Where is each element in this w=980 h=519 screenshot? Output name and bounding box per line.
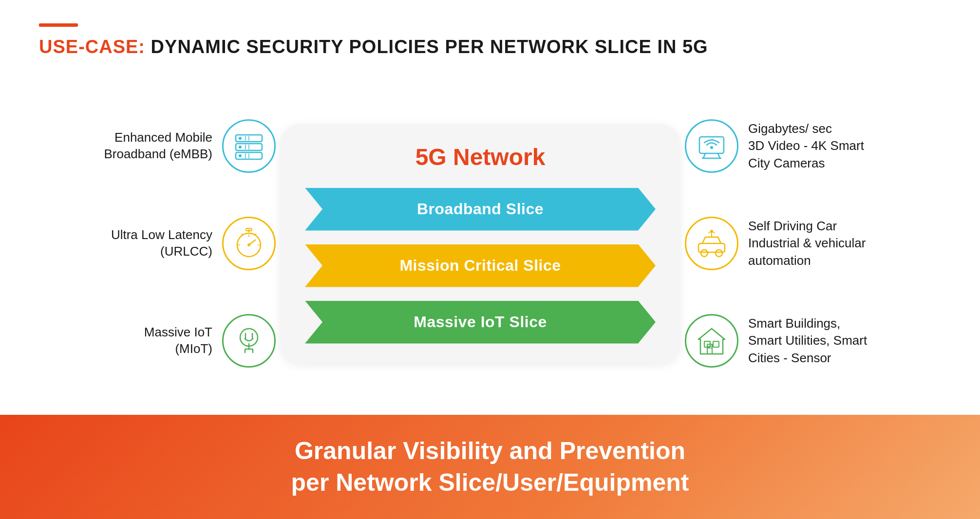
svg-rect-29 bbox=[699, 137, 724, 153]
broadband-slice-arrow: Broadband Slice bbox=[305, 188, 656, 231]
mission-critical-slice-arrow: Mission Critical Slice bbox=[305, 244, 656, 287]
svg-point-36 bbox=[716, 250, 722, 257]
right-label-iot: Smart Buildings,Smart Utilities, SmartCi… bbox=[748, 297, 867, 385]
server-icon bbox=[232, 129, 266, 163]
right-icons bbox=[680, 97, 743, 389]
title-orange: USE-CASE: bbox=[39, 37, 145, 57]
svg-point-33 bbox=[710, 146, 713, 149]
broadband-slice-label: Broadband Slice bbox=[417, 200, 544, 218]
massive-iot-slice-row: Massive IoT Slice bbox=[305, 301, 656, 344]
mission-critical-slice-row: Mission Critical Slice bbox=[305, 244, 656, 287]
left-label-miot: Massive IoT(MIoT) bbox=[144, 297, 212, 385]
self-driving-car-icon bbox=[695, 226, 729, 260]
svg-point-15 bbox=[247, 243, 250, 246]
broadband-slice-row: Broadband Slice bbox=[305, 188, 656, 231]
massive-iot-slice-arrow: Massive IoT Slice bbox=[305, 301, 656, 344]
header-accent-line bbox=[39, 23, 78, 27]
right-label-broadband: Gigabytes/ sec3D Video - 4K SmartCity Ca… bbox=[748, 102, 864, 190]
timer-icon bbox=[232, 226, 266, 260]
urlcc-icon-circle bbox=[222, 217, 276, 270]
miot-icon-circle bbox=[222, 314, 276, 368]
diagram-area: Enhanced MobileBroadband (eMBB) Ultra Lo… bbox=[29, 67, 951, 415]
monitor-wifi-icon bbox=[695, 129, 729, 163]
smartcity-icon-circle bbox=[685, 119, 738, 173]
left-label-embb: Enhanced MobileBroadband (eMBB) bbox=[104, 102, 212, 190]
page: USE-CASE: DYNAMIC SECURITY POLICIES PER … bbox=[0, 0, 980, 519]
svg-point-5 bbox=[239, 154, 242, 157]
left-labels: Enhanced MobileBroadband (eMBB) Ultra Lo… bbox=[100, 97, 217, 389]
iot-plug-icon bbox=[232, 324, 266, 358]
svg-point-4 bbox=[239, 146, 242, 148]
title-black: DYNAMIC SECURITY POLICIES PER NETWORK SL… bbox=[145, 37, 708, 57]
main-content: Enhanced MobileBroadband (eMBB) Ultra Lo… bbox=[0, 67, 980, 415]
smartbuilding-icon-circle bbox=[685, 314, 738, 368]
network-card: 5G Network Broadband Slice Mission Criti… bbox=[281, 124, 680, 363]
svg-point-35 bbox=[701, 250, 708, 257]
bottom-line2: per Network Slice/User/Equipment bbox=[291, 469, 689, 496]
left-icons bbox=[217, 97, 281, 389]
right-label-mission: Self Driving CarIndustrial & vehicularau… bbox=[748, 200, 866, 287]
svg-rect-43 bbox=[713, 341, 719, 347]
embb-icon-circle bbox=[222, 119, 276, 173]
mission-critical-slice-label: Mission Critical Slice bbox=[399, 257, 561, 275]
massive-iot-slice-label: Massive IoT Slice bbox=[414, 313, 547, 331]
smart-building-icon bbox=[695, 324, 729, 358]
svg-point-3 bbox=[239, 137, 242, 140]
svg-line-31 bbox=[718, 153, 720, 158]
bottom-banner: Granular Visibility and Prevention per N… bbox=[0, 415, 980, 519]
network-card-title: 5G Network bbox=[305, 144, 656, 170]
bottom-banner-text: Granular Visibility and Prevention per N… bbox=[291, 435, 689, 499]
left-label-urlcc: Ultra Low Latency(URLCC) bbox=[111, 200, 212, 287]
page-title: USE-CASE: DYNAMIC SECURITY POLICIES PER … bbox=[39, 37, 941, 57]
car-icon-circle bbox=[685, 217, 738, 270]
svg-line-30 bbox=[703, 153, 705, 158]
bottom-line1: Granular Visibility and Prevention bbox=[295, 437, 685, 464]
header: USE-CASE: DYNAMIC SECURITY POLICIES PER … bbox=[0, 0, 980, 67]
right-labels: Gigabytes/ sec3D Video - 4K SmartCity Ca… bbox=[743, 97, 880, 389]
